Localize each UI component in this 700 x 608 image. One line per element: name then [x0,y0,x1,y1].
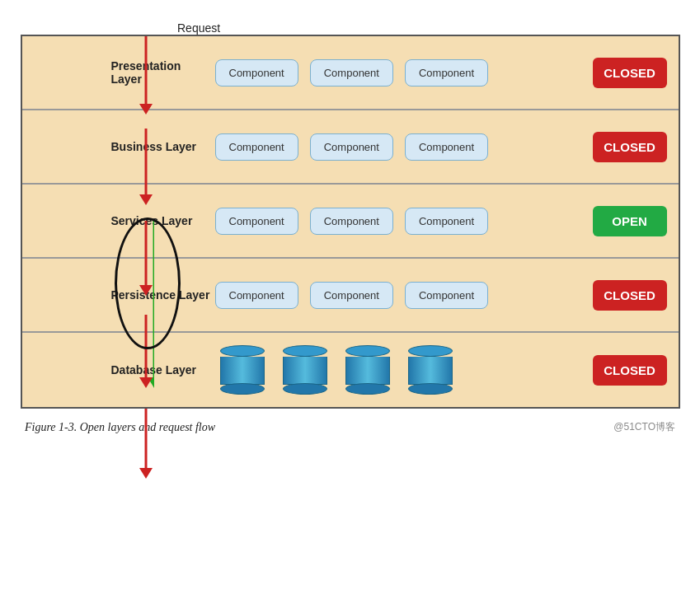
component-box: Component [215,59,298,87]
cyl-top [408,345,453,357]
presentation-status-badge: CLOSED [593,58,667,88]
database-layer-name: Database Layer [108,363,215,376]
presentation-layer-name: Presentation Layer [108,59,215,86]
component-box: Component [215,282,298,309]
cyl-top [283,345,327,357]
layers-stack: Presentation Layer Component Component C… [22,36,679,407]
layer-services: Services Layer Component Component Compo… [22,185,679,259]
component-box: Component [215,133,298,161]
cyl-bottom [283,383,327,395]
services-components: Component Component Component [215,208,593,235]
db-cylinder [220,345,265,395]
db-cylinder [283,345,327,395]
component-box: Component [310,208,393,235]
component-box: Component [405,59,488,87]
cyl-top [220,345,265,357]
cyl-top [345,345,390,357]
business-status-badge: CLOSED [593,132,667,162]
component-box: Component [405,282,488,309]
layer-persistence: Persistence Layer Component Component Co… [22,259,679,333]
cyl-body [220,357,265,385]
figure-caption: Figure 1-3. Open layers and request flow… [16,420,684,434]
db-cylinder [408,345,453,395]
business-layer-name: Business Layer [108,140,215,153]
diagram-wrapper: Request [16,16,684,434]
cyl-bottom [345,383,390,395]
business-components: Component Component Component [215,133,593,161]
watermark: @51CTO博客 [613,420,684,434]
svg-marker-11 [139,468,153,479]
presentation-components: Component Component Component [215,59,593,87]
component-box: Component [310,59,393,87]
component-box: Component [310,282,393,309]
persistence-components: Component Component Component [215,282,593,309]
persistence-layer-name: Persistence Layer [108,288,215,302]
component-box: Component [310,133,393,161]
cyl-bottom [408,383,453,395]
component-box: Component [215,208,298,235]
services-layer-name: Services Layer [108,214,215,227]
db-cylinder [345,345,390,395]
layer-presentation: Presentation Layer Component Component C… [22,36,679,110]
services-status-badge: OPEN [593,206,667,236]
diagram-container: Presentation Layer Component Component C… [21,35,680,409]
component-box: Component [405,208,488,235]
database-status-badge: CLOSED [593,355,667,386]
request-label: Request [16,16,684,35]
cyl-bottom [220,383,265,395]
component-box: Component [405,133,488,161]
cyl-body [283,357,327,385]
database-components [215,345,593,395]
persistence-status-badge: CLOSED [593,280,667,311]
layer-database: Database Layer [22,333,679,407]
cyl-body [345,357,390,385]
layer-business: Business Layer Component Component Compo… [22,110,679,185]
cyl-body [408,357,453,385]
figure-caption-text: Figure 1-3. Open layers and request flow [25,421,215,434]
